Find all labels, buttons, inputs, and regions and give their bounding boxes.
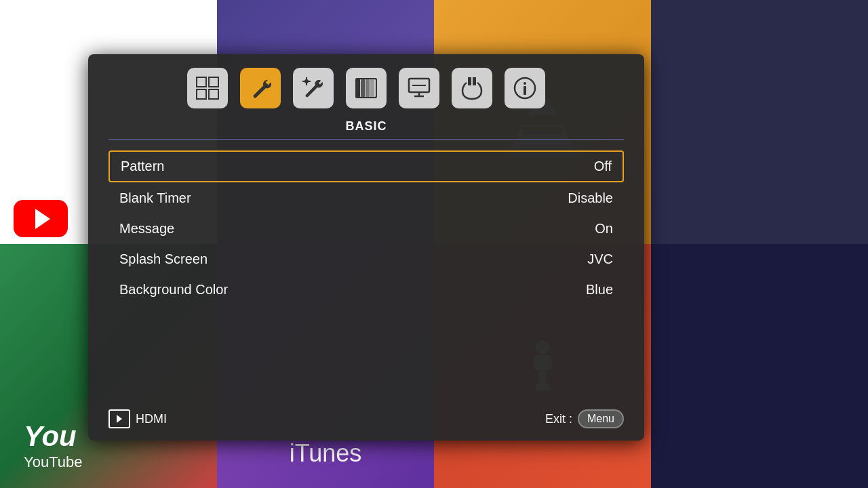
setting-row-blank-timer[interactable]: Blank Timer Disable bbox=[108, 184, 624, 213]
exit-indicator: Exit : Menu bbox=[545, 409, 624, 428]
setting-value-pattern: Off bbox=[594, 159, 612, 174]
svg-rect-8 bbox=[197, 77, 206, 87]
tab-display[interactable] bbox=[399, 68, 439, 108]
osd-footer: HDMI Exit : Menu bbox=[108, 409, 624, 428]
setting-row-background-color[interactable]: Background Color Blue bbox=[108, 275, 624, 304]
svg-rect-29 bbox=[524, 86, 526, 95]
svg-rect-10 bbox=[197, 89, 206, 99]
setting-row-message[interactable]: Message On bbox=[108, 214, 624, 243]
setting-row-splash-screen[interactable]: Splash Screen JVC bbox=[108, 245, 624, 274]
tab-power[interactable] bbox=[452, 68, 492, 108]
setting-label-background-color: Background Color bbox=[119, 282, 586, 298]
setting-label-pattern: Pattern bbox=[121, 159, 594, 174]
exit-label: Exit : bbox=[545, 412, 572, 426]
tab-info[interactable] bbox=[505, 68, 545, 108]
svg-point-28 bbox=[524, 82, 526, 85]
svg-rect-26 bbox=[473, 77, 476, 85]
setting-label-splash-screen: Splash Screen bbox=[119, 251, 587, 267]
tab-color[interactable] bbox=[346, 68, 387, 108]
hdmi-label: HDMI bbox=[136, 412, 167, 426]
setting-value-message: On bbox=[595, 221, 613, 237]
setting-value-background-color: Blue bbox=[586, 282, 613, 298]
bg-app-empty-top-right bbox=[651, 0, 868, 244]
tab-basic[interactable] bbox=[240, 68, 281, 108]
settings-table: Pattern Off Blank Timer Disable Message … bbox=[108, 150, 624, 304]
svg-rect-17 bbox=[361, 79, 365, 98]
bg-app-empty-bottom-right bbox=[651, 244, 868, 488]
tab-pattern[interactable] bbox=[187, 68, 228, 108]
setting-label-blank-timer: Blank Timer bbox=[119, 190, 568, 206]
svg-rect-25 bbox=[468, 77, 471, 85]
setting-value-blank-timer: Disable bbox=[568, 190, 613, 206]
setting-row-pattern[interactable]: Pattern Off bbox=[108, 150, 624, 182]
menu-button[interactable]: Menu bbox=[578, 409, 624, 428]
svg-rect-18 bbox=[366, 79, 370, 98]
osd-panel: BASIC Pattern Off Blank Timer Disable Me… bbox=[88, 54, 644, 441]
svg-rect-19 bbox=[370, 79, 374, 98]
setting-value-splash-screen: JVC bbox=[587, 251, 613, 267]
tab-divider bbox=[108, 139, 624, 140]
tab-advanced[interactable] bbox=[293, 68, 334, 108]
hdmi-indicator: HDMI bbox=[108, 409, 167, 428]
svg-rect-9 bbox=[209, 77, 218, 87]
hdmi-icon bbox=[108, 409, 130, 428]
setting-label-message: Message bbox=[119, 221, 595, 237]
tab-row bbox=[108, 68, 624, 114]
active-tab-label: BASIC bbox=[108, 119, 624, 134]
svg-rect-11 bbox=[209, 89, 218, 99]
